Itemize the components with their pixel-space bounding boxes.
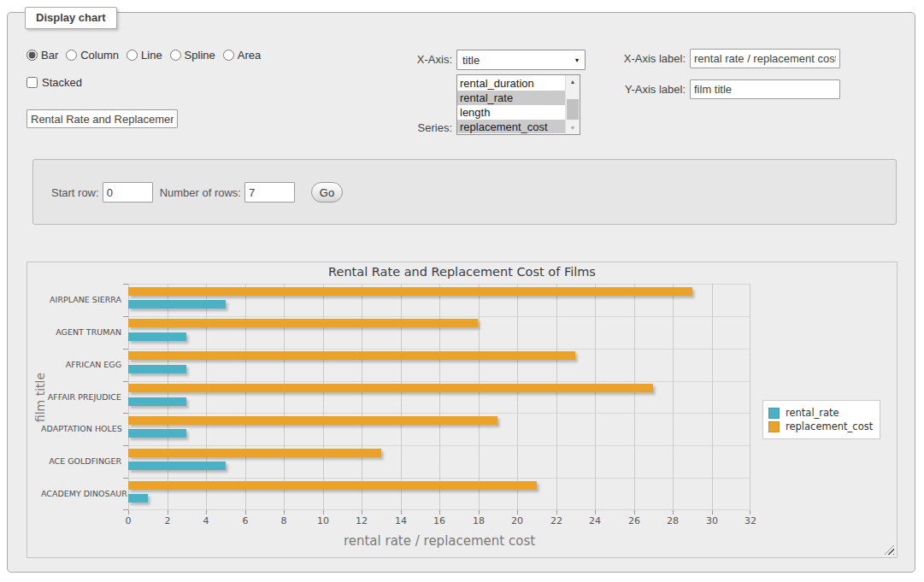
chart-type-radio-bar[interactable] (26, 50, 38, 61)
axis-tick-x (595, 510, 596, 514)
x-tick-label: 24 (580, 515, 609, 526)
y-category-label: AFRICAN EGG (41, 360, 121, 369)
x-tick-label: 22 (542, 515, 571, 526)
axis-tick-x (673, 510, 674, 514)
axis-tick-x (634, 510, 635, 514)
gridline-v (673, 284, 674, 510)
gridline-v (401, 284, 402, 510)
legend-swatch-replacement_cost (768, 421, 780, 432)
chart-type-line[interactable]: Line (127, 49, 162, 62)
series-option[interactable]: rental_duration (457, 76, 565, 91)
gridline-v (479, 284, 480, 510)
gridline-v (245, 284, 246, 510)
x-tick-label: 26 (620, 515, 649, 526)
chart-type-group: BarColumnLineSplineArea (26, 49, 268, 62)
plot-area (128, 284, 750, 510)
pagination-panel: Start row: Number of rows: Go (32, 159, 897, 225)
chart-type-radio-column[interactable] (66, 50, 77, 61)
series-option[interactable]: replacement_cost (457, 120, 565, 133)
axis-tick-x (712, 510, 713, 514)
x-tick-label: 10 (309, 515, 338, 526)
axis-tick-x (517, 510, 518, 514)
bar-replacement_cost (128, 384, 653, 392)
num-rows-input[interactable] (244, 182, 295, 203)
gridline-v (556, 284, 557, 510)
bar-replacement_cost (128, 287, 692, 296)
chart-type-radio-line[interactable] (127, 50, 138, 61)
chart-type-radio-area[interactable] (223, 50, 234, 61)
y-category-label: ADAPTATION HOLES (41, 424, 121, 433)
y-category-label: AGENT TRUMAN (41, 327, 121, 337)
chart-type-area[interactable]: Area (223, 49, 261, 62)
series-select-label: Series: (367, 121, 452, 134)
x-tick-label: 32 (736, 515, 765, 526)
axis-tick-x (128, 510, 129, 514)
gridline-v (284, 284, 285, 510)
series-listbox[interactable]: rental_durationrental_ratelengthreplacem… (456, 74, 580, 135)
chart-type-label: Line (141, 49, 162, 62)
chart-type-label: Spline (185, 49, 215, 62)
bar-rental_rate (128, 300, 226, 309)
x-tick-label: 14 (386, 515, 415, 526)
chart-type-column[interactable]: Column (66, 49, 119, 62)
bar-rental_rate (128, 332, 186, 341)
x-tick-label: 6 (231, 515, 260, 526)
chart-resize-handle[interactable] (885, 545, 894, 555)
x-axis-selected-value: title (462, 54, 480, 67)
y-category-label: ACADEMY DINOSAUR (41, 489, 121, 498)
series-scrollbar[interactable]: ▲ ▼ (565, 75, 580, 134)
chart-title-input[interactable] (26, 109, 178, 128)
bar-rental_rate (128, 397, 186, 406)
series-options: rental_durationrental_ratelengthreplacem… (457, 76, 565, 133)
axis-tick-x (750, 510, 750, 514)
x-tick-label: 16 (425, 515, 454, 526)
x-tick-label: 4 (191, 515, 221, 526)
chart-type-label: Area (238, 49, 261, 62)
stacked-label: Stacked (42, 76, 82, 89)
stacked-checkbox-row[interactable]: Stacked (26, 76, 82, 89)
legend-label: rental_rate (786, 407, 839, 419)
bar-rental_rate (128, 365, 186, 373)
x-axis-select[interactable]: title ▾ (456, 50, 586, 70)
x-axis-label-label: X-Axis label: (600, 52, 686, 65)
bar-replacement_cost (128, 481, 537, 490)
display-chart-fieldset: Display chart BarColumnLineSplineArea St… (7, 12, 915, 573)
chart-type-label: Column (80, 49, 119, 62)
start-row-input[interactable] (103, 182, 153, 203)
chart-type-bar[interactable]: Bar (26, 49, 58, 62)
bar-rental_rate (128, 494, 148, 503)
x-tick-label: 8 (269, 515, 298, 526)
x-tick-label: 2 (153, 515, 182, 526)
series-option[interactable]: rental_rate (457, 91, 565, 105)
bar-replacement_cost (128, 416, 497, 425)
legend-entry: rental_rate (768, 407, 873, 419)
axis-tick-x (168, 510, 168, 514)
y-category-label: AFFAIR PREJUDICE (41, 392, 121, 402)
axis-tick-x (206, 510, 207, 514)
chart-type-radio-spline[interactable] (170, 50, 181, 61)
scroll-down-icon[interactable]: ▼ (566, 121, 580, 134)
scroll-up-icon[interactable]: ▲ (566, 75, 580, 88)
gridline-v (323, 284, 324, 510)
start-row-label: Start row: (51, 186, 99, 199)
scrollbar-thumb[interactable] (567, 99, 579, 120)
chart-type-spline[interactable]: Spline (170, 49, 215, 62)
bar-replacement_cost (128, 319, 478, 327)
num-rows-label: Number of rows: (160, 186, 241, 199)
gridline-v (750, 284, 750, 510)
x-axis-title: rental rate / replacement cost (128, 533, 750, 549)
fieldset-legend: Display chart (25, 7, 117, 29)
gridline-v (439, 284, 440, 510)
gridline-v (206, 284, 207, 510)
x-axis-label-input[interactable] (690, 49, 840, 68)
x-axis-select-label: X-Axis: (367, 53, 452, 66)
x-tick-label: 0 (114, 515, 143, 526)
chevron-down-icon: ▾ (575, 56, 579, 64)
x-tick-label: 20 (503, 515, 532, 526)
go-button[interactable]: Go (311, 182, 343, 203)
y-axis-label-input[interactable] (690, 79, 840, 99)
bar-replacement_cost (128, 449, 381, 457)
series-option[interactable]: length (457, 105, 565, 120)
bar-rental_rate (128, 429, 186, 438)
stacked-checkbox[interactable] (26, 77, 38, 88)
